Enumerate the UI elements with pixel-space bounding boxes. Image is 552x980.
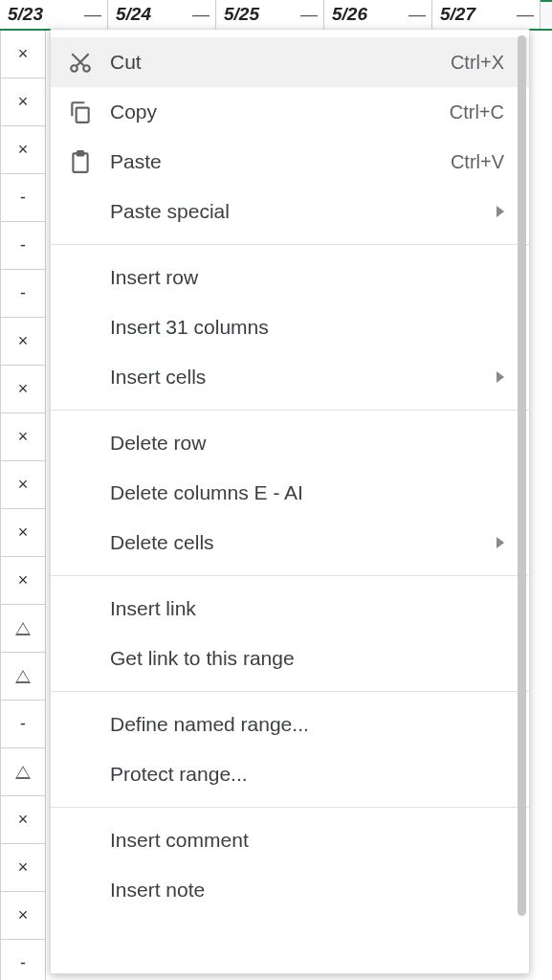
menu-item-label: Insert note (110, 879, 504, 902)
header-date-cell[interactable]: 5/27 — (432, 0, 541, 29)
context-menu: CutCtrl+XCopyCtrl+CPasteCtrl+VPaste spec… (50, 29, 530, 974)
menu-item-label: Delete columns E - AI (110, 481, 504, 504)
menu-item-insert-comment[interactable]: Insert comment (51, 815, 529, 865)
spreadsheet-cell[interactable]: × (1, 413, 45, 461)
menu-item-shortcut: Ctrl+C (450, 101, 504, 123)
header-date-label: 5/24 (116, 4, 151, 25)
menu-item-label: Cut (110, 51, 451, 74)
spreadsheet-cell[interactable] (1, 748, 45, 796)
spreadsheet-cell[interactable]: - (1, 270, 45, 318)
menu-item-paste[interactable]: PasteCtrl+V (51, 137, 529, 187)
menu-item-label: Copy (110, 100, 450, 123)
svg-point-0 (71, 65, 77, 72)
spreadsheet-cell[interactable]: - (1, 701, 45, 748)
menu-item-shortcut: Ctrl+X (451, 52, 504, 74)
spreadsheet-cell[interactable]: × (1, 366, 45, 413)
header-dash: — (408, 5, 426, 25)
submenu-arrow-icon (497, 371, 504, 383)
cut-icon (68, 50, 110, 75)
header-dash: — (517, 5, 534, 25)
header-dash: — (300, 5, 318, 25)
menu-item-protect-range[interactable]: Protect range... (51, 749, 529, 799)
spreadsheet-cell[interactable]: - (1, 222, 45, 270)
menu-item-insert-link[interactable]: Insert link (51, 584, 529, 634)
menu-item-label: Paste (110, 150, 451, 173)
header-date-cell[interactable]: 5/26 — (324, 0, 432, 29)
spreadsheet-cell[interactable]: × (1, 78, 45, 126)
header-date-cell[interactable]: 5/24 — (108, 0, 216, 29)
menu-item-paste-special[interactable]: Paste special (51, 187, 529, 236)
menu-item-insert-cells[interactable]: Insert cells (51, 352, 529, 402)
spreadsheet-cell[interactable]: - (1, 940, 45, 980)
paste-icon (68, 149, 93, 174)
menu-item-label: Define named range... (110, 713, 504, 736)
header-date-cell[interactable]: 5/23 — (0, 0, 108, 29)
triangle-icon (15, 670, 31, 683)
menu-separator (51, 575, 529, 576)
spreadsheet-cell[interactable] (1, 605, 45, 653)
menu-separator (51, 410, 529, 411)
menu-item-insert-note[interactable]: Insert note (51, 865, 529, 915)
copy-icon (68, 100, 93, 124)
menu-item-insert-row[interactable]: Insert row (51, 253, 529, 302)
header-date-label: 5/27 (440, 4, 475, 25)
menu-item-define-named-range[interactable]: Define named range... (51, 700, 529, 749)
spreadsheet-cell[interactable] (1, 653, 45, 701)
spreadsheet-cell[interactable]: × (1, 126, 45, 174)
spreadsheet-cell[interactable]: × (1, 318, 45, 366)
spreadsheet-cell[interactable]: - (1, 174, 45, 222)
triangle-icon (15, 766, 31, 779)
menu-item-label: Insert link (110, 597, 504, 620)
menu-item-copy[interactable]: CopyCtrl+C (51, 87, 529, 137)
menu-item-label: Insert 31 columns (110, 316, 504, 339)
header-date-label: 5/26 (332, 4, 367, 25)
spreadsheet-cell[interactable]: × (1, 796, 45, 844)
triangle-icon (15, 622, 31, 635)
svg-rect-2 (77, 108, 89, 122)
header-date-cell[interactable]: 5/25 — (216, 0, 324, 29)
spreadsheet-cell[interactable]: × (1, 557, 45, 605)
menu-item-cut[interactable]: CutCtrl+X (51, 37, 529, 87)
menu-item-delete-cells[interactable]: Delete cells (51, 518, 529, 568)
menu-item-get-link-to-this-range[interactable]: Get link to this range (51, 634, 529, 683)
header-dash: — (84, 5, 101, 25)
menu-item-label: Delete row (110, 432, 504, 455)
svg-rect-4 (77, 151, 84, 155)
menu-separator (51, 807, 529, 808)
menu-separator (51, 244, 529, 245)
spreadsheet-cell[interactable]: × (1, 892, 45, 940)
spreadsheet-cell[interactable]: × (1, 461, 45, 509)
spreadsheet-cell[interactable]: × (1, 844, 45, 892)
header-date-label: 5/23 (8, 4, 43, 25)
menu-item-delete-columns-e-ai[interactable]: Delete columns E - AI (51, 468, 529, 518)
spreadsheet-cell[interactable]: × (1, 509, 45, 557)
menu-item-shortcut: Ctrl+V (451, 151, 504, 173)
submenu-arrow-icon (497, 537, 504, 548)
submenu-arrow-icon (497, 206, 504, 217)
menu-item-label: Delete cells (110, 531, 497, 554)
cut-icon (68, 50, 93, 75)
svg-point-1 (83, 65, 90, 72)
context-menu-scrollbar[interactable] (518, 35, 526, 916)
menu-item-insert-31-columns[interactable]: Insert 31 columns (51, 302, 529, 352)
spreadsheet-header-row: 5/23 — 5/24 — 5/25 — 5/26 — 5/27 — (0, 0, 552, 31)
menu-item-label: Insert cells (110, 366, 497, 389)
copy-icon (68, 100, 110, 124)
paste-icon (68, 149, 110, 174)
spreadsheet-left-column: ×××---××××××-×××--- (0, 31, 46, 980)
menu-item-label: Insert comment (110, 829, 504, 852)
header-date-label: 5/25 (224, 4, 259, 25)
menu-item-label: Get link to this range (110, 647, 504, 670)
menu-item-label: Insert row (110, 266, 504, 289)
spreadsheet-cell[interactable]: × (1, 31, 45, 78)
menu-item-label: Protect range... (110, 763, 504, 786)
menu-item-label: Paste special (110, 200, 497, 223)
menu-item-delete-row[interactable]: Delete row (51, 418, 529, 468)
menu-separator (51, 691, 529, 692)
header-dash: — (192, 5, 210, 25)
